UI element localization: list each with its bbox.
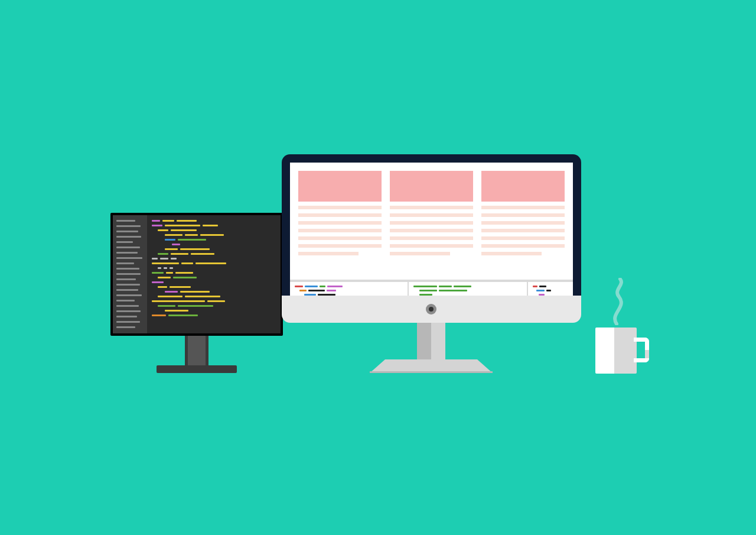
editor-sidebar — [113, 215, 147, 333]
card-hero-image — [298, 171, 382, 202]
card-grid — [290, 163, 573, 260]
coffee-mug-handle — [634, 338, 649, 362]
code-editor-screen — [113, 215, 281, 333]
content-card — [298, 171, 382, 255]
design-preview-monitor — [282, 154, 581, 320]
left-monitor-stand-base — [157, 365, 237, 373]
right-monitor-stand-neck — [417, 323, 445, 361]
content-card — [390, 171, 473, 255]
home-button-icon — [426, 304, 436, 314]
coffee-mug — [595, 328, 637, 374]
editor-code-area — [147, 215, 281, 333]
content-card — [481, 171, 565, 255]
code-editor-monitor — [110, 213, 283, 336]
browser-viewport — [290, 163, 573, 312]
card-text-line — [298, 206, 382, 209]
steam-icon — [605, 278, 634, 325]
